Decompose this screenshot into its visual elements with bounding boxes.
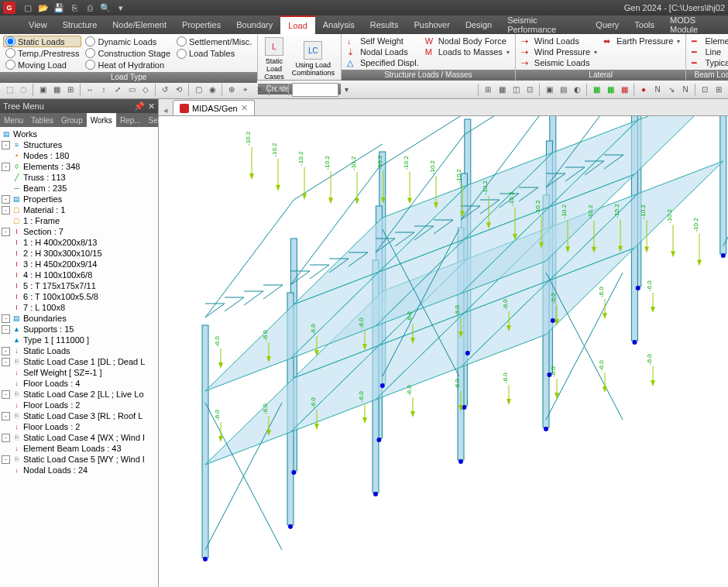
tb-icon[interactable]: ▦ bbox=[604, 84, 616, 96]
menu-mods[interactable]: MODS Module bbox=[662, 15, 728, 34]
tree-nodes[interactable]: •Nodes : 180 bbox=[2, 150, 156, 161]
tb-icon[interactable]: ◌ bbox=[17, 84, 29, 96]
self-weight-button[interactable]: ↓Self Weight bbox=[345, 36, 421, 46]
tb-icon[interactable]: ◐ bbox=[571, 84, 583, 96]
tb-icon[interactable]: ▦ bbox=[50, 84, 63, 96]
tb-icon[interactable]: ↘ bbox=[665, 84, 678, 96]
tb-icon[interactable]: ⟲ bbox=[173, 84, 185, 96]
tree-load-case[interactable]: -⎘Static Load Case 5 [WY ; Wind I bbox=[2, 454, 156, 465]
tree-tab-rep[interactable]: Rep... bbox=[116, 113, 145, 127]
menu-node-element[interactable]: Node/Element bbox=[105, 15, 174, 34]
tb-icon[interactable]: ⤢ bbox=[112, 84, 124, 96]
load-type-construction[interactable]: Construction Stage bbox=[83, 47, 173, 59]
load-type-temp[interactable]: Temp./Prestress bbox=[3, 47, 81, 59]
tree-load-case-child[interactable]: ↓Element Beam Loads : 43 bbox=[2, 443, 156, 454]
menu-seismic[interactable]: Seismic Performance bbox=[500, 15, 588, 34]
earth-pressure-button[interactable]: ⬌Earth Pressure▾ bbox=[601, 36, 682, 46]
line-beam-button[interactable]: ━Line bbox=[689, 46, 728, 57]
menu-tools[interactable]: Tools bbox=[627, 15, 662, 34]
tb-icon[interactable]: N bbox=[651, 84, 664, 96]
tree-section-item[interactable]: I4 : H 100x100x6/8 bbox=[2, 269, 156, 280]
tree-tab-group[interactable]: Group bbox=[57, 113, 87, 127]
load-type-tables[interactable]: Load Tables bbox=[174, 48, 254, 60]
tb-icon[interactable]: ▦ bbox=[496, 84, 508, 96]
tree-support-type1[interactable]: ▲Type 1 [ 111000 ] bbox=[2, 335, 156, 345]
menu-load[interactable]: Load bbox=[280, 15, 314, 34]
menu-pushover[interactable]: Pushover bbox=[406, 15, 457, 34]
tb-icon[interactable]: ⬚ bbox=[3, 84, 15, 96]
wind-pressure-button[interactable]: ⇢Wind Pressure▾ bbox=[519, 46, 599, 57]
tb-icon[interactable]: ⊕ bbox=[225, 84, 238, 96]
menu-design[interactable]: Design bbox=[458, 15, 500, 34]
typical-beam-button[interactable]: ━Typical bbox=[689, 57, 728, 68]
tree-load-case[interactable]: -⎘Static Load Case 3 [RL ; Roof L bbox=[2, 410, 156, 421]
model-canvas[interactable]: -10.2-10.2-10.2-10.2-10.2-10.2-10.2-10.2… bbox=[159, 116, 728, 587]
tb-icon[interactable]: ↔ bbox=[84, 84, 96, 96]
qat-new-icon[interactable]: ▢ bbox=[22, 2, 34, 14]
specified-displ-button[interactable]: △Specified Displ. bbox=[345, 57, 421, 68]
tb-icon[interactable]: ▣ bbox=[36, 84, 49, 96]
tb-icon[interactable]: ▣ bbox=[543, 84, 555, 96]
tb-icon[interactable]: ⌖ bbox=[239, 84, 252, 96]
nodal-body-force-button[interactable]: WNodal Body Force bbox=[423, 36, 512, 46]
tree-section-item[interactable]: I6 : T 100x100x5.5/8 bbox=[2, 291, 156, 302]
tree-load-case-child[interactable]: ↓Nodal Loads : 24 bbox=[2, 465, 156, 475]
tree-load-case[interactable]: -⎘Static Load Case 1 [DL ; Dead L bbox=[2, 356, 156, 367]
qat-saveas-icon[interactable]: ⎘ bbox=[68, 2, 81, 14]
close-icon[interactable]: ✕ bbox=[148, 101, 155, 112]
tree-material[interactable]: -▢Material : 1 bbox=[2, 204, 156, 215]
tree-section-item[interactable]: I5 : T 175x175x7/11 bbox=[2, 280, 156, 291]
qat-preview-icon[interactable]: 🔍 bbox=[99, 2, 112, 14]
tree-root[interactable]: ▤Works bbox=[2, 129, 156, 139]
nodal-loads-button[interactable]: ⇣Nodal Loads bbox=[345, 46, 421, 57]
tab-close-icon[interactable]: ✕ bbox=[241, 103, 248, 113]
tree-section-item[interactable]: I1 : H 400x200x8/13 bbox=[2, 237, 156, 248]
element-beam-button[interactable]: ━Element bbox=[689, 36, 728, 46]
tree-section-item[interactable]: I7 : L 100x8 bbox=[2, 302, 156, 313]
load-type-static[interactable]: Static Loads bbox=[3, 36, 81, 47]
tb-icon[interactable]: ◉ bbox=[206, 84, 218, 96]
using-load-combinations-button[interactable]: LCUsing Load Combinations bbox=[289, 36, 338, 82]
viewport-tab[interactable]: MIDAS/Gen ✕ bbox=[173, 100, 255, 115]
menu-analysis[interactable]: Analysis bbox=[315, 15, 362, 34]
tb-icon[interactable]: ⊞ bbox=[64, 84, 77, 96]
tb-icon[interactable]: ⊡ bbox=[524, 84, 536, 96]
tb-icon[interactable]: ↖ bbox=[273, 84, 285, 96]
tb-icon[interactable]: ✕ bbox=[253, 84, 266, 96]
tree-tab-menu[interactable]: Menu bbox=[0, 113, 27, 127]
tree-truss[interactable]: ╱Truss : 113 bbox=[2, 172, 156, 183]
menu-view[interactable]: View bbox=[21, 15, 55, 34]
menu-properties[interactable]: Properties bbox=[174, 15, 228, 34]
tree-view[interactable]: ▤Works -≡Structures •Nodes : 180 -◊Eleme… bbox=[0, 127, 158, 587]
tb-dropdown-icon[interactable]: ▾ bbox=[340, 84, 352, 96]
tree-load-case-child[interactable]: ↓Self Weight [ SZ=-1 ] bbox=[2, 367, 156, 378]
menu-boundary[interactable]: Boundary bbox=[228, 15, 280, 34]
tree-properties[interactable]: -▤Properties bbox=[2, 194, 156, 204]
tree-tab-tables[interactable]: Tables bbox=[27, 113, 57, 127]
tb-icon[interactable]: ▤ bbox=[557, 84, 569, 96]
tree-load-case-child[interactable]: ↓Floor Loads : 4 bbox=[2, 378, 156, 389]
tree-load-case[interactable]: -⎘Static Load Case 2 [LL ; Live Lo bbox=[2, 389, 156, 400]
tree-section-item[interactable]: I2 : H 300x300x10/15 bbox=[2, 248, 156, 259]
tree-load-case-child[interactable]: ↓Floor Loads : 2 bbox=[2, 400, 156, 410]
seismic-loads-button[interactable]: ⇢Seismic Loads bbox=[519, 57, 599, 68]
tb-icon[interactable]: N bbox=[679, 84, 692, 96]
menu-results[interactable]: Results bbox=[362, 15, 407, 34]
menu-structure[interactable]: Structure bbox=[55, 15, 105, 34]
load-type-settlement[interactable]: Settlement/Misc. bbox=[174, 36, 254, 47]
tree-load-case[interactable]: -⎘Static Load Case 4 [WX ; Wind I bbox=[2, 432, 156, 443]
toolbar-combo[interactable] bbox=[292, 83, 338, 97]
load-type-dynamic[interactable]: Dynamic Loads bbox=[83, 36, 173, 47]
menu-query[interactable]: Query bbox=[588, 15, 627, 34]
tb-icon[interactable]: ◫ bbox=[510, 84, 522, 96]
qat-dropdown-icon[interactable]: ▾ bbox=[115, 2, 127, 14]
qat-open-icon[interactable]: 📂 bbox=[37, 2, 50, 14]
load-type-moving[interactable]: Moving Load bbox=[3, 59, 81, 70]
pin-icon[interactable]: 📌 bbox=[134, 101, 145, 112]
tree-elements[interactable]: -◊Elements : 348 bbox=[2, 161, 156, 172]
tab-scroll-left-icon[interactable]: ◂ bbox=[163, 105, 173, 115]
tb-icon[interactable]: ↕ bbox=[98, 84, 110, 96]
static-load-cases-button[interactable]: LStatic Load Cases bbox=[261, 36, 287, 82]
tree-boundaries[interactable]: -▤Boundaries bbox=[2, 313, 156, 324]
tb-icon[interactable]: ◇ bbox=[139, 84, 152, 96]
